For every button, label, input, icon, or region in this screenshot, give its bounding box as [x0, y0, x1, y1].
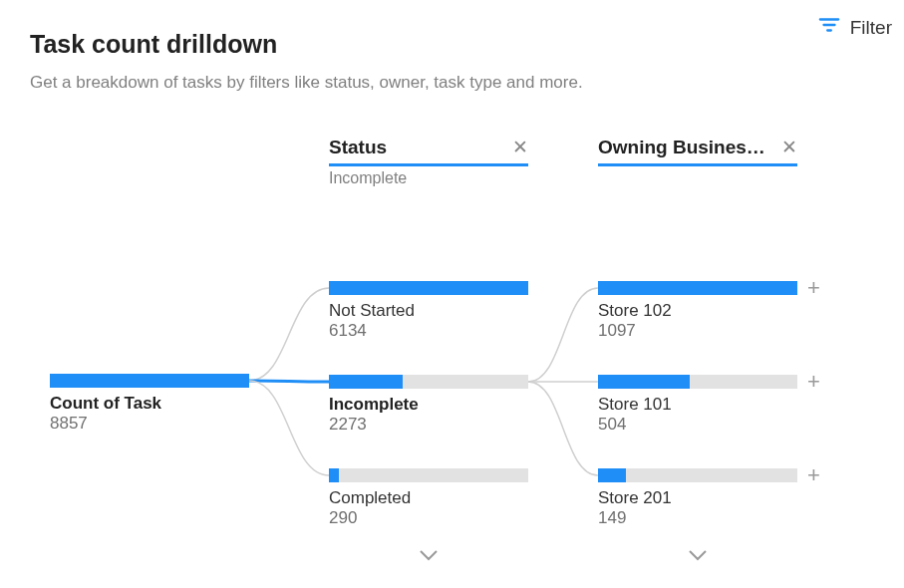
column-subtext-status: Incomplete	[329, 169, 407, 187]
chevron-down-icon[interactable]	[419, 548, 439, 562]
node-not-started[interactable]: Not Started 6134	[329, 281, 528, 341]
page-subtitle: Get a breakdown of tasks by filters like…	[30, 73, 874, 93]
column-header-label: Status	[329, 137, 387, 158]
node-value: 290	[329, 508, 528, 528]
bar	[329, 281, 528, 295]
node-value: 149	[598, 508, 797, 528]
node-value: 2273	[329, 415, 528, 435]
column-header-status[interactable]: Status ✕	[329, 136, 528, 166]
filter-button[interactable]: Filter	[818, 14, 892, 41]
node-store-102[interactable]: Store 102 1097	[598, 281, 797, 341]
expand-icon[interactable]: +	[807, 281, 820, 295]
expand-icon[interactable]: +	[807, 375, 820, 389]
bar	[598, 281, 797, 295]
node-value: 8857	[50, 414, 249, 434]
column-header-label: Owning Business…	[598, 137, 767, 158]
bar	[329, 468, 528, 482]
node-store-101[interactable]: Store 101 504	[598, 375, 797, 435]
close-icon[interactable]: ✕	[506, 136, 528, 158]
node-label: Store 101	[598, 395, 797, 415]
page-title: Task count drilldown	[30, 30, 874, 59]
decomposition-tree: Status ✕ Incomplete Owning Business… ✕ C…	[30, 130, 877, 568]
node-value: 504	[598, 415, 797, 435]
bar	[598, 375, 797, 389]
node-value: 6134	[329, 321, 528, 341]
node-root[interactable]: Count of Task 8857	[50, 374, 249, 434]
node-label: Not Started	[329, 301, 528, 321]
node-label: Completed	[329, 488, 528, 508]
node-value: 1097	[598, 321, 797, 341]
column-header-owning[interactable]: Owning Business… ✕	[598, 136, 797, 166]
bar	[329, 375, 528, 389]
node-store-201[interactable]: Store 201 149	[598, 468, 797, 528]
bar	[50, 374, 249, 388]
filter-label: Filter	[850, 17, 892, 39]
close-icon[interactable]: ✕	[775, 136, 797, 158]
chevron-down-icon[interactable]	[688, 548, 708, 562]
node-label: Store 201	[598, 488, 797, 508]
node-label: Count of Task	[50, 394, 249, 414]
node-incomplete[interactable]: Incomplete 2273	[329, 375, 528, 435]
bar	[598, 468, 797, 482]
node-completed[interactable]: Completed 290	[329, 468, 528, 528]
node-label: Incomplete	[329, 395, 528, 415]
node-label: Store 102	[598, 301, 797, 321]
expand-icon[interactable]: +	[807, 468, 820, 482]
filter-icon	[818, 14, 840, 41]
